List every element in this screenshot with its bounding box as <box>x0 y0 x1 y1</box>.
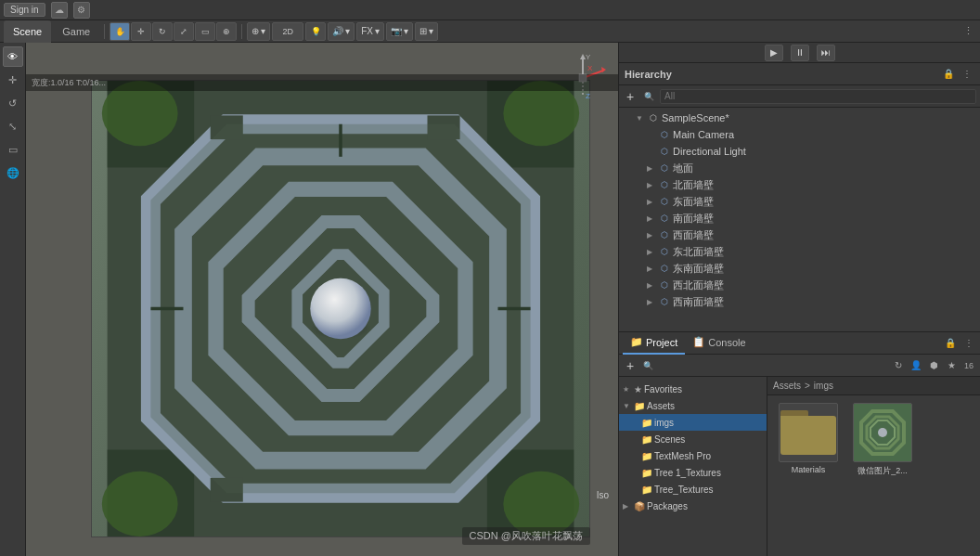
hierarchy-item-southwest[interactable]: ▶ ⬡ 西南面墙壁 <box>619 293 980 310</box>
combined-tool[interactable]: ⊕ <box>216 22 237 41</box>
asset-item-wechat-image[interactable]: 微信图片_2... <box>849 403 916 477</box>
hierarchy-item-south[interactable]: ▶ ⬡ 南面墙壁 <box>619 210 980 226</box>
hierarchy-label: 西北面墙壁 <box>673 278 724 292</box>
hierarchy-item-maincamera[interactable]: ⬡ Main Camera <box>619 126 980 143</box>
arrow-icon: ▶ <box>647 231 656 239</box>
cloud-icon-button[interactable]: ☁ <box>51 2 68 19</box>
camera-dropdown[interactable]: 📷 ▾ <box>386 22 413 41</box>
scene-canvas-area[interactable] <box>91 80 590 537</box>
hierarchy-title: Hierarchy <box>625 69 672 80</box>
hierarchy-search-input[interactable] <box>660 89 976 104</box>
breadcrumb-imgs[interactable]: imgs <box>814 381 833 391</box>
hierarchy-item-directionallight[interactable]: ⬡ Directional Light <box>619 143 980 160</box>
pivot-dropdown[interactable]: ⊕ ▾ <box>247 22 270 41</box>
folder-imgs[interactable]: 📁 imgs <box>619 414 767 431</box>
hierarchy-item-northwest[interactable]: ▶ ⬡ 西北面墙壁 <box>619 277 980 293</box>
fx-dropdown[interactable]: FX ▾ <box>356 22 384 41</box>
folder-scenes[interactable]: 📁 Scenes <box>619 431 767 447</box>
hierarchy-label: 西南面墙壁 <box>673 295 724 309</box>
assets-main: Assets > imgs Materials <box>767 377 980 556</box>
hierarchy-item-north[interactable]: ▶ ⬡ 北面墙壁 <box>619 176 980 193</box>
folder-thumb-icon <box>780 410 836 455</box>
arrow-icon: ▶ <box>647 281 656 290</box>
folder-label: Favorites <box>644 384 682 394</box>
settings-icon-button[interactable]: ⚙ <box>73 2 90 19</box>
hierarchy-label: 南面墙壁 <box>673 212 714 226</box>
camera-chevron-icon: ▾ <box>404 26 408 36</box>
sign-in-button[interactable]: Sign in <box>4 3 45 17</box>
rect-tool[interactable]: ▭ <box>195 22 215 41</box>
asset-thumb-wechat <box>853 403 912 462</box>
lighting-button[interactable]: 💡 <box>305 22 326 41</box>
eye-tool[interactable]: 👁 <box>3 46 23 67</box>
assets-grid: Materials <box>767 395 980 556</box>
hierarchy-add-button[interactable]: + <box>623 89 638 104</box>
main-layout: 👁 ✛ ↺ ⤡ ▭ 🌐 <box>0 43 980 556</box>
person-icon[interactable]: 👤 <box>909 358 923 373</box>
hand-tool[interactable]: ✋ <box>110 22 130 41</box>
hierarchy-more-icon[interactable]: ⋮ <box>960 67 974 82</box>
pivot-label: ⊕ <box>251 26 259 36</box>
project-sidebar: ★ ★ Favorites ▼ 📁 Assets 📁 imgs <box>619 377 767 556</box>
scale2d-tool[interactable]: ⤡ <box>3 116 23 136</box>
star-icon[interactable]: ★ <box>944 358 959 373</box>
move2d-tool[interactable]: ✛ <box>3 70 23 90</box>
bottom-panel-lock-icon[interactable]: 🔒 <box>943 336 958 351</box>
svg-text:X: X <box>587 64 593 72</box>
folder-textmesh[interactable]: 📁 TextMesh Pro <box>619 447 767 464</box>
sep-2 <box>241 24 242 39</box>
bottom-tabs: 📁 Project 📋 Console 🔒 ⋮ <box>619 332 980 355</box>
project-search-button[interactable]: 🔍 <box>640 358 655 373</box>
arrow-icon: ▶ <box>647 181 656 189</box>
sep-1 <box>104 24 105 39</box>
tab-scene[interactable]: Scene <box>4 20 51 43</box>
folder-packages[interactable]: ▶ 📦 Packages <box>619 498 767 514</box>
arrow-icon: ▶ <box>647 164 656 173</box>
hierarchy-item-ground[interactable]: ▶ ⬡ 地面 <box>619 160 980 176</box>
tab-game[interactable]: Game <box>53 20 99 43</box>
left-toolbar: 👁 ✛ ↺ ⤡ ▭ 🌐 <box>0 43 26 556</box>
rect2d-tool[interactable]: ▭ <box>3 139 23 160</box>
hierarchy-item-west[interactable]: ▶ ⬡ 西面墙壁 <box>619 226 980 243</box>
arrow-icon: ▼ <box>636 114 645 123</box>
scene-view[interactable]: X Y Z Iso 宽度:1.0/16 T:0/16... <box>26 43 618 556</box>
svg-point-19 <box>310 278 370 339</box>
pause-button[interactable]: ⏸ <box>791 45 809 61</box>
folder-assets[interactable]: ▼ 📁 Assets <box>619 397 767 414</box>
bottom-panel-more-icon[interactable]: ⋮ <box>961 336 976 351</box>
2d-button[interactable]: 2D <box>272 22 303 41</box>
folder-treetextures[interactable]: 📁 Tree_Textures <box>619 481 767 498</box>
refresh-icon[interactable]: ↻ <box>891 358 906 373</box>
toolbar-more-button[interactable]: ⋮ <box>960 23 976 40</box>
tab-console[interactable]: 📋 Console <box>685 332 753 355</box>
hierarchy-label: 北面墙壁 <box>673 178 714 192</box>
hierarchy-label: 东南面墙壁 <box>673 262 724 276</box>
hierarchy-item-east[interactable]: ▶ ⬡ 东面墙壁 <box>619 193 980 210</box>
globe-tool[interactable]: 🌐 <box>3 162 23 183</box>
scale-tool[interactable]: ⤢ <box>174 22 194 41</box>
hierarchy-toolbar: + 🔍 <box>619 85 980 108</box>
hierarchy-item-southeast[interactable]: ▶ ⬡ 东南面墙壁 <box>619 260 980 277</box>
overlay-dropdown[interactable]: ⊞ ▾ <box>415 22 438 41</box>
hierarchy-label: 地面 <box>673 162 693 175</box>
svg-point-36 <box>878 428 887 437</box>
breadcrumb-assets[interactable]: Assets <box>773 381 801 391</box>
hierarchy-label: Directional Light <box>673 146 746 157</box>
asset-item-materials[interactable]: Materials <box>775 403 842 477</box>
step-button[interactable]: ⏭ <box>817 45 835 61</box>
rotate2d-tool[interactable]: ↺ <box>3 93 23 113</box>
audio-dropdown[interactable]: 🔊 ▾ <box>328 22 355 41</box>
filter-icon[interactable]: ⬢ <box>926 358 941 373</box>
project-add-button[interactable]: + <box>623 358 638 373</box>
move-tool[interactable]: ✛ <box>131 22 151 41</box>
folder-favorites[interactable]: ★ ★ Favorites <box>619 381 767 397</box>
folder-tree1textures[interactable]: 📁 Tree 1_Textures <box>619 464 767 481</box>
tab-project[interactable]: 📁 Project <box>623 332 685 355</box>
hierarchy-lock-icon[interactable]: 🔒 <box>941 67 956 82</box>
rotate-tool[interactable]: ↻ <box>152 22 173 41</box>
hierarchy-item-samplescene[interactable]: ▼ ⬡ SampleScene* <box>619 110 980 126</box>
gameobj-icon: ⬡ <box>658 212 671 225</box>
hierarchy-item-northeast[interactable]: ▶ ⬡ 东北面墙壁 <box>619 243 980 260</box>
package-icon: 📦 <box>634 501 645 511</box>
play-button[interactable]: ▶ <box>765 45 783 61</box>
